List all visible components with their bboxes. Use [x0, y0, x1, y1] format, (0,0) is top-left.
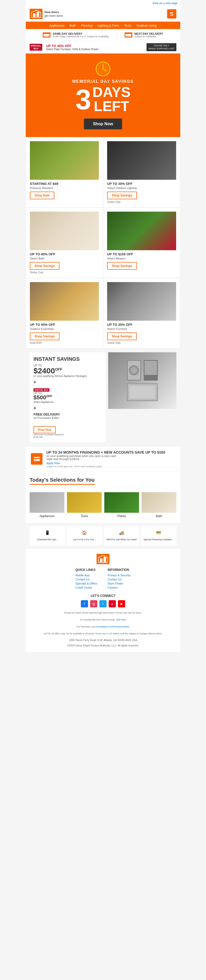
svg-rect-29 — [104, 557, 106, 562]
svg-rect-20 — [144, 361, 157, 375]
financing-title: UP TO 24 MONTHS FINANCING + NEW ACCOUNTS… — [46, 450, 165, 454]
svg-rect-26 — [35, 460, 37, 460]
twitter-icon[interactable]: t — [99, 600, 107, 608]
shop-btn-4[interactable]: Shop Savings — [30, 332, 59, 340]
shop-btn-0[interactable]: Shop Now — [30, 192, 54, 199]
legal-licensees: For licensees, see homedepot.com/license… — [38, 625, 168, 629]
selection-label-0: Appliances — [30, 514, 64, 518]
unsub-link[interactable]: click here — [116, 619, 126, 621]
financing-sub: on your qualifying purchase when you ope… — [46, 454, 165, 457]
instant-shop-btn[interactable]: Shop Now — [34, 426, 56, 433]
hero-cta: Shop Now — [31, 119, 175, 129]
phone-icon: 📱 — [43, 528, 52, 537]
selection-label-3: Bath — [142, 514, 176, 518]
product-img-patio — [30, 282, 99, 321]
selection-label-2: Plants — [104, 514, 139, 518]
instant-savings-section: INSTANT SAVINGS UP TO $2400OFF on your q… — [26, 348, 180, 446]
svg-point-10 — [129, 36, 131, 37]
delivery-strip: SAME-DAY DELIVERY Order Today, Delivered… — [26, 29, 180, 41]
product-cell-bath: UP TO 40% OFF Select Bath Shop Savings O… — [26, 207, 103, 278]
legal-prices: Except as noted, prices valid through 06… — [38, 611, 168, 615]
hero-shop-now-button[interactable]: Shop Now — [84, 119, 122, 129]
information-title: INFORMATION — [108, 568, 131, 572]
selection-bath: Bath — [142, 492, 176, 518]
hero-eyebrow: MEMORIAL DAY SAVINGS — [31, 79, 175, 84]
selection-appliances: Appliances — [30, 492, 64, 518]
footer-logo — [30, 554, 176, 564]
quick-link-contact[interactable]: Contact Us — [75, 578, 97, 581]
product-title-1: UP TO 30% OFF — [107, 182, 176, 186]
product-cell-furniture: UP TO 35% OFF Select Furniture Shop Savi… — [103, 278, 180, 348]
footer-quick-links: QUICK LINKS Mobile App Contact Us Specia… — [75, 568, 97, 590]
footer-copyright: ©2024 Home Depot Product Authority, LLC.… — [30, 644, 176, 647]
lets-connect: LET'S CONNECT — [30, 594, 176, 598]
nav-item-appliances[interactable]: Appliances — [50, 24, 65, 27]
service-download-app[interactable]: 📱 Download the App ↓ — [30, 526, 65, 546]
nav-item-lighting-&-fans[interactable]: Lighting & Fans — [97, 24, 119, 27]
instant-main-offer: UP TO $2400OFF on your qualifying Kitche… — [34, 364, 102, 377]
instagram-icon[interactable]: ig — [90, 600, 97, 608]
appliances-image — [108, 352, 176, 409]
shop-btn-1[interactable]: Shop Savings — [107, 192, 137, 199]
service-rental[interactable]: 🚚 RENTAL Get What You Need ↓ — [104, 526, 140, 546]
shop-btn-2[interactable]: Shop Savings — [30, 262, 59, 270]
s-logo: S — [167, 9, 176, 19]
selection-img-bath — [142, 492, 176, 513]
services-strip: 📱 Download the App ↓ 🏠 Let Us Do It For … — [26, 523, 180, 549]
selections-grid: Appliances Tools Plants Bath — [30, 492, 176, 518]
nav-item-flooring[interactable]: Flooring — [81, 24, 92, 27]
info-link-privacy[interactable]: Privacy & Security — [108, 574, 131, 577]
instant-desc2: Select Appliances — [34, 401, 102, 404]
svg-marker-0 — [32, 10, 41, 18]
svg-rect-23 — [129, 386, 155, 399]
instant-free-detail: on Purchases $396+ — [34, 416, 102, 419]
info-link-contact[interactable]: Contact Us — [108, 578, 131, 581]
quick-link-credit[interactable]: Credit Center — [75, 586, 97, 589]
youtube-icon[interactable]: ▶ — [118, 600, 125, 608]
selection-tools: Tools — [67, 492, 102, 518]
header: How doers get more done. S — [26, 6, 180, 22]
service-pro[interactable]: 🏠 Let Us Do It For You ↓ — [67, 526, 102, 546]
info-link-store[interactable]: Store Finder — [108, 582, 131, 585]
pinterest-icon[interactable]: p — [109, 600, 116, 608]
facebook-icon[interactable]: f — [81, 600, 88, 608]
quick-link-specials[interactable]: Specials & Offers — [75, 582, 97, 585]
product-subtitle-3: Select Mowers — [107, 257, 176, 260]
home-services-icon: 🏠 — [80, 528, 89, 537]
svg-point-5 — [44, 36, 46, 37]
product-img-lighting — [107, 141, 176, 180]
instant-desc: on your qualifying Kitchen Appliance Pac… — [34, 375, 102, 377]
plus-sign2: + — [34, 406, 102, 411]
financing-apply-link[interactable]: Apply Now — [46, 461, 60, 465]
instant-free-delivery: FREE DELIVERY — [34, 412, 102, 416]
quick-link-mobile[interactable]: Mobile App — [75, 574, 97, 577]
footer-columns: QUICK LINKS Mobile App Contact Us Specia… — [30, 568, 176, 590]
nav-item-tools[interactable]: Tools — [124, 24, 131, 27]
nav-item-outdoor-living[interactable]: Outdoor Living — [136, 24, 156, 27]
service-financing[interactable]: 💳 Special Financing Available ↓ — [141, 526, 176, 546]
shop-btn-3[interactable]: Shop Savings — [107, 262, 137, 270]
shop-btn-5[interactable]: Shop Savings — [107, 332, 137, 340]
special-buy-bar: SPECIAL BUY UP TO 45% OFF Select Patio F… — [26, 41, 180, 54]
svg-marker-27 — [98, 555, 108, 563]
next-day-sub: Subject to Availability — [134, 35, 163, 38]
instant-special-buy-badge: SPECIAL BUY — [34, 388, 50, 391]
financing-section: UP TO 24 MONTHS FINANCING + NEW ACCOUNTS… — [26, 446, 180, 472]
clock-icon — [95, 61, 111, 76]
product-subtitle-1: Select Outdoor Lighting — [107, 186, 176, 189]
legal-unsub: To unsubscribe from future emails, click… — [38, 618, 168, 622]
selection-label-1: Tools — [67, 514, 102, 518]
product-title-0: STARTING AT $49 — [30, 182, 99, 186]
product-cell-washer: STARTING AT $49 Pressure Washers Shop No… — [26, 137, 103, 207]
instant-savings-info: INSTANT SAVINGS UP TO $2400OFF on your q… — [30, 352, 105, 442]
nav-item-bath[interactable]: Bath — [70, 24, 76, 27]
view-as-webpage-link[interactable]: View as a web page — [152, 2, 178, 5]
product-subtitle-0: Pressure Washers — [30, 186, 99, 189]
info-link-careers[interactable]: Careers — [108, 586, 131, 589]
licensees-link[interactable]: homedepot.com/licensenumbers — [96, 625, 129, 628]
selection-img-tools — [67, 492, 102, 513]
legal-note: NOTE: All offers may not be available in… — [38, 632, 168, 636]
same-day-delivery: SAME-DAY DELIVERY Order Today, Delivered… — [43, 32, 109, 38]
online-only-1: Online Only — [107, 200, 176, 204]
social-icons: f ig t p ▶ — [30, 600, 176, 608]
